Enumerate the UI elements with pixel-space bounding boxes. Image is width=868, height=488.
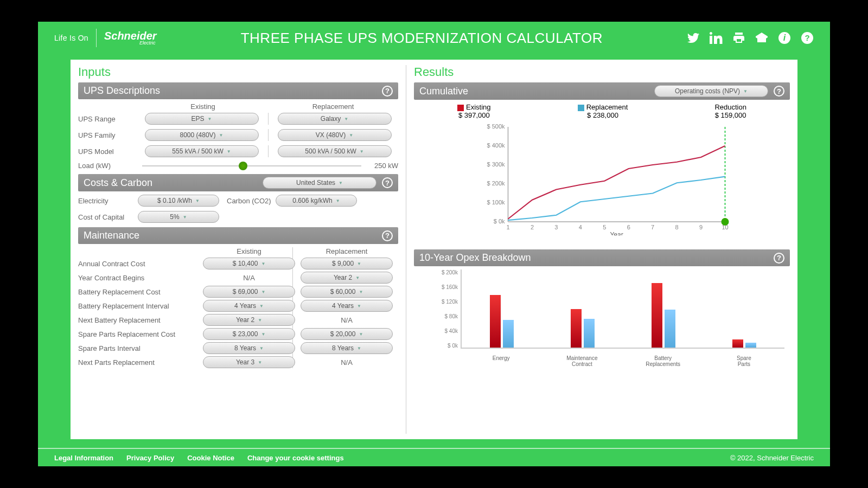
copyright: © 2022, Schneider Electric [730,454,814,462]
coc-label: Cost of Capital [78,213,138,221]
batcost-replacement-dd[interactable]: $ 60,000▼ [301,286,393,298]
svg-text:2: 2 [531,224,534,230]
ups-range-existing-dd[interactable]: EPS▼ [145,113,259,125]
svg-text:10: 10 [722,224,728,230]
carbon-label: Carbon (CO2) [227,197,276,205]
spareint-replacement-dd[interactable]: 8 Years▼ [301,342,393,354]
svg-text:i: i [783,33,786,42]
ups-model-existing-dd[interactable]: 555 kVA / 500 kW▼ [145,145,259,157]
nextparts-existing-dd[interactable]: Year 3▼ [203,356,295,368]
batint-label: Battery Replacement Interval [78,302,197,310]
cookie-settings-link[interactable]: Change your cookie settings [247,454,344,462]
svg-text:$ 100k: $ 100k [487,199,505,206]
results-title: Results [414,65,790,79]
twitter-icon[interactable] [687,31,700,44]
help-icon[interactable]: ? [382,177,393,188]
linkedin-icon[interactable] [710,31,723,44]
svg-text:7: 7 [651,224,654,230]
info-icon[interactable]: i [778,31,791,44]
logo-divider [96,29,97,47]
svg-text:$ 300k: $ 300k [487,161,505,168]
help-icon[interactable]: ? [382,230,393,241]
spareint-existing-dd[interactable]: 8 Years▼ [203,342,295,354]
begins-replacement-dd[interactable]: Year 2▼ [301,272,393,284]
sparecost-existing-dd[interactable]: $ 23,000▼ [203,328,295,340]
svg-text:6: 6 [627,224,630,230]
batcost-existing-dd[interactable]: $ 69,000▼ [203,286,295,298]
summary-values: Existing$ 397,000 Replacement$ 238,000 R… [414,103,790,119]
ups-model-label: UPS Model [78,147,138,156]
svg-text:1: 1 [506,224,509,230]
inputs-column: Inputs UPS Descriptions ? Existing Repla… [78,65,398,434]
help-icon[interactable]: ? [774,86,784,97]
svg-text:?: ? [805,33,809,42]
footer: Legal Information Privacy Policy Cookie … [38,448,830,466]
maint-section-bar: Maintenance ? [78,227,398,244]
electricity-dd[interactable]: $ 0.10 /kWh▼ [138,195,219,207]
inputs-title: Inputs [78,65,398,79]
batcost-label: Battery Replacement Cost [78,288,197,296]
opex-bar: 10-Year Opex Breakdown ? [414,249,790,266]
coc-dd[interactable]: 5%▼ [138,211,219,223]
annual-existing-dd[interactable]: $ 10,400▼ [203,258,295,269]
main-panel: Inputs UPS Descriptions ? Existing Repla… [71,60,797,439]
help-icon[interactable]: ? [382,86,393,97]
cumulative-bar: Cumulative Operating costs (NPV)▼ ? [414,82,790,100]
load-slider[interactable] [142,165,361,166]
cumulative-chart: $ 0k$ 100k$ 200k$ 300k$ 400k$ 500k123456… [428,121,790,235]
legend-swatch-red [457,105,464,111]
logo-area: Life Is On Schneider Electric [54,29,157,47]
legend-swatch-blue [578,105,584,111]
results-column: Results Cumulative Operating costs (NPV)… [406,65,790,434]
batint-existing-dd[interactable]: 4 Years▼ [203,300,295,312]
ups-family-existing-dd[interactable]: 8000 (480V)▼ [145,129,259,141]
nextbat-label: Next Battery Replacement [78,316,197,324]
load-label: Load (kW) [78,162,138,170]
ups-range-replacement-dd[interactable]: Galaxy▼ [278,113,392,125]
email-icon[interactable] [755,31,768,44]
svg-text:4: 4 [579,224,582,230]
opex-chart: $ 200k$ 160k$ 120k$ 80k$ 40k$ 0k EnergyM… [428,269,790,367]
page-title: THREE PHASE UPS MODERNIZATION CALCULATOR [157,30,687,47]
nextparts-label: Next Parts Replacement [78,358,197,367]
legal-link[interactable]: Legal Information [54,454,113,462]
begins-label: Year Contract Begins [78,274,197,282]
brand-logo: Schneider Electric [104,31,157,45]
annual-replacement-dd[interactable]: $ 9,000▼ [301,258,393,269]
electricity-label: Electricity [78,197,138,205]
help-icon[interactable]: ? [774,253,784,264]
svg-text:$ 200k: $ 200k [487,180,505,187]
maintenance-grid: ExistingReplacement Annual Contract Cost… [78,247,398,368]
svg-text:3: 3 [554,224,558,230]
load-value: 250 kW [366,162,398,170]
ups-family-label: UPS Family [78,131,138,139]
header-icons: i ? [687,31,814,44]
nextbat-existing-dd[interactable]: Year 2▼ [203,314,295,326]
cookie-link[interactable]: Cookie Notice [187,454,234,462]
svg-text:8: 8 [675,224,679,230]
spareint-label: Spare Parts Interval [78,344,197,352]
app-header: Life Is On Schneider Electric THREE PHAS… [38,22,830,54]
cumulative-metric-dd[interactable]: Operating costs (NPV)▼ [654,85,768,97]
svg-text:$ 0k: $ 0k [494,218,505,224]
print-icon[interactable] [732,31,745,44]
help-icon[interactable]: ? [801,31,814,44]
ups-section-bar: UPS Descriptions ? [78,82,398,99]
batint-replacement-dd[interactable]: 4 Years▼ [301,300,393,312]
svg-text:Year: Year [610,231,623,235]
country-dd[interactable]: United States▼ [263,177,376,189]
carbon-dd[interactable]: 0.606 kg/kWh▼ [276,195,357,207]
costs-section-bar: Costs & Carbon United States▼ ? [78,174,398,191]
privacy-link[interactable]: Privacy Policy [126,454,174,462]
ups-family-replacement-dd[interactable]: VX (480V)▼ [278,129,392,141]
ups-model-replacement-dd[interactable]: 500 kVA / 500 kW▼ [278,145,392,157]
svg-text:5: 5 [603,224,606,230]
ups-column-heads: Existing Replacement [78,102,398,111]
ups-range-label: UPS Range [78,115,138,123]
tagline: Life Is On [54,34,88,42]
svg-text:$ 500k: $ 500k [487,123,505,130]
annual-cost-label: Annual Contract Cost [78,260,197,268]
app-frame: Life Is On Schneider Electric THREE PHAS… [38,22,830,466]
sparecost-replacement-dd[interactable]: $ 20,000▼ [301,328,393,340]
slider-knob[interactable] [239,162,247,170]
